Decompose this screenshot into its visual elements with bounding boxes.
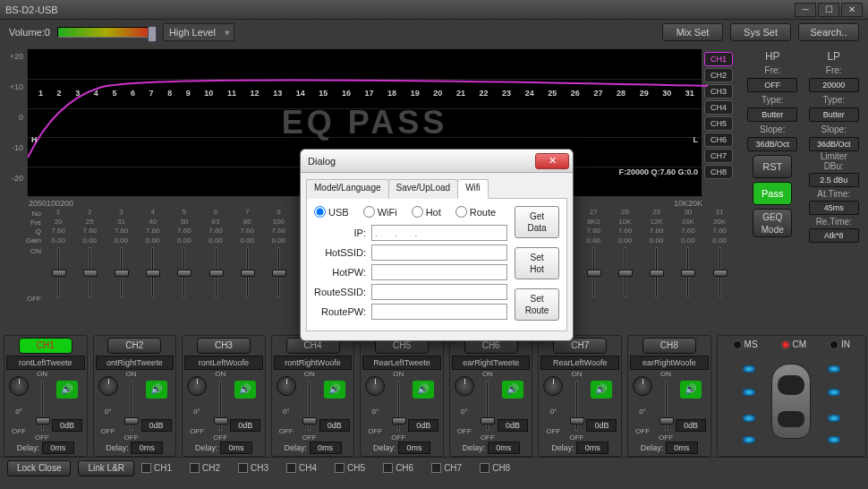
gain-db-value[interactable]: 0dB: [408, 419, 438, 432]
get-data-button[interactable]: Get Data: [515, 206, 559, 238]
channel-name-ch8[interactable]: earRightWoofe: [630, 356, 709, 370]
routepw-input[interactable]: [371, 304, 507, 320]
radio-wifi[interactable]: WiFi: [363, 206, 397, 218]
gain-fader[interactable]: [575, 381, 578, 431]
radio-hot[interactable]: Hot: [412, 206, 441, 218]
rst-button[interactable]: RST: [753, 155, 792, 178]
mix-set-button[interactable]: Mix Set: [662, 23, 723, 41]
phase-knob[interactable]: [9, 376, 29, 396]
hp-slope-value[interactable]: 36dB/Oct: [747, 137, 797, 151]
phase-knob[interactable]: [455, 376, 474, 396]
channel-badge-ch7[interactable]: CH7: [704, 149, 733, 163]
gain-fader[interactable]: [130, 381, 132, 431]
hp-type-value[interactable]: Butter: [747, 107, 797, 122]
lp-type-value[interactable]: Butter: [809, 107, 859, 122]
speaker-icon[interactable]: 🔊: [502, 381, 523, 399]
eq-fader-4[interactable]: [138, 247, 168, 308]
channel-badge-ch8[interactable]: CH8: [704, 165, 733, 179]
input-level-dropdown[interactable]: High Level: [163, 23, 234, 41]
channel-select-ch1[interactable]: CH1: [19, 338, 72, 354]
lock-close-button[interactable]: Lock Close: [7, 460, 71, 476]
hp-fre-value[interactable]: OFF: [747, 78, 797, 92]
gain-db-value[interactable]: 0dB: [676, 419, 706, 432]
tab-save-upload[interactable]: Save/UpLoad: [388, 179, 459, 199]
gain-fader[interactable]: [397, 381, 400, 431]
phase-knob[interactable]: [277, 376, 296, 396]
channel-name-ch4[interactable]: rontRightWoofe: [274, 356, 353, 370]
channel-name-ch5[interactable]: RearLeftTweete: [362, 356, 441, 370]
tab-model-language[interactable]: Model/Language: [306, 179, 389, 199]
link-checkbox-ch8[interactable]: CH8: [480, 463, 510, 473]
phase-knob[interactable]: [543, 376, 563, 396]
radio-in[interactable]: IN: [830, 339, 850, 349]
channel-badge-ch1[interactable]: CH1: [704, 52, 733, 66]
link-checkbox-ch7[interactable]: CH7: [431, 463, 462, 473]
phase-knob[interactable]: [187, 376, 207, 396]
speaker-icon[interactable]: 🔊: [234, 381, 256, 399]
hotpw-input[interactable]: [371, 264, 507, 280]
lp-slope-value[interactable]: 36dB/Oct: [809, 137, 859, 151]
geq-mode-button[interactable]: GEQMode: [753, 209, 792, 237]
phase-knob[interactable]: [98, 376, 118, 396]
eq-fader-6[interactable]: [200, 247, 231, 308]
channel-select-ch3[interactable]: CH3: [197, 338, 251, 354]
link-checkbox-ch2[interactable]: CH2: [190, 463, 220, 473]
speaker-icon[interactable]: 🔊: [591, 381, 612, 399]
window-maximize-button[interactable]: ☐: [818, 3, 839, 17]
eq-fader-29[interactable]: [642, 247, 672, 308]
eq-fader-27[interactable]: [578, 247, 608, 308]
radio-route[interactable]: Route: [455, 206, 496, 218]
radio-usb[interactable]: USB: [314, 206, 349, 218]
volume-slider[interactable]: [57, 27, 156, 38]
radio-cm[interactable]: CM: [781, 339, 807, 349]
delay-value[interactable]: 0ms: [131, 442, 163, 454]
link-checkbox-ch6[interactable]: CH6: [383, 463, 413, 473]
routessid-input[interactable]: [371, 284, 507, 300]
delay-value[interactable]: 0ms: [488, 442, 520, 454]
speaker-icon[interactable]: 🔊: [680, 381, 702, 399]
channel-name-ch6[interactable]: earRightTweete: [452, 356, 531, 370]
gain-fader[interactable]: [41, 381, 44, 431]
speaker-icon[interactable]: 🔊: [56, 381, 78, 399]
channel-name-ch1[interactable]: rontLeftTweete: [6, 356, 85, 370]
channel-select-ch2[interactable]: CH2: [107, 338, 161, 354]
eq-fader-8[interactable]: [263, 247, 294, 308]
eq-fader-2[interactable]: [74, 247, 105, 308]
tab-wifi[interactable]: Wifi: [457, 179, 489, 199]
eq-fader-31[interactable]: [704, 247, 735, 308]
delay-value[interactable]: 0ms: [310, 442, 342, 454]
limiter-retime-value[interactable]: Atk*8: [809, 228, 859, 243]
channel-badge-ch5[interactable]: CH5: [704, 116, 733, 131]
channel-name-ch3[interactable]: rontLeftWoofe: [184, 356, 263, 370]
channel-select-ch8[interactable]: CH8: [642, 338, 696, 354]
channel-badge-ch6[interactable]: CH6: [704, 133, 733, 147]
eq-fader-5[interactable]: [169, 247, 200, 308]
limiter-attime-value[interactable]: 45ms: [809, 201, 859, 215]
channel-badge-ch4[interactable]: CH4: [704, 100, 733, 115]
speaker-icon[interactable]: 🔊: [146, 381, 167, 399]
gain-db-value[interactable]: 0dB: [141, 419, 172, 432]
eq-fader-1[interactable]: [43, 247, 73, 308]
ip-input[interactable]: [371, 225, 507, 241]
link-checkbox-ch3[interactable]: CH3: [238, 463, 268, 473]
window-minimize-button[interactable]: ─: [795, 3, 816, 17]
pass-button[interactable]: Pass: [753, 182, 792, 205]
gain-fader[interactable]: [486, 381, 489, 431]
channel-name-ch7[interactable]: RearLeftWoofe: [540, 356, 619, 370]
speaker-icon[interactable]: 🔊: [413, 381, 434, 399]
eq-fader-7[interactable]: [232, 247, 262, 308]
delay-value[interactable]: 0ms: [42, 442, 74, 454]
phase-knob[interactable]: [365, 376, 385, 396]
hotssid-input[interactable]: [371, 244, 507, 261]
lp-fre-value[interactable]: 20000: [809, 78, 859, 92]
link-checkbox-ch4[interactable]: CH4: [286, 463, 317, 473]
gain-fader[interactable]: [665, 381, 668, 431]
gain-db-value[interactable]: 0dB: [52, 419, 82, 432]
delay-value[interactable]: 0ms: [220, 442, 252, 454]
gain-db-value[interactable]: 0dB: [230, 419, 260, 432]
channel-badge-ch2[interactable]: CH2: [704, 68, 733, 82]
delay-value[interactable]: 0ms: [666, 442, 698, 454]
limiter-dbu-value[interactable]: 2.5 dBu: [809, 173, 859, 187]
sys-set-button[interactable]: Sys Set: [730, 23, 791, 41]
eq-fader-28[interactable]: [609, 247, 640, 308]
